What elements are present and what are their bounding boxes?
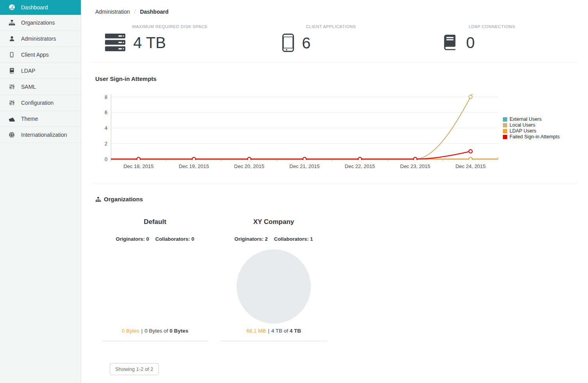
storage-pie bbox=[237, 249, 311, 324]
legend-item: Local Users bbox=[503, 122, 560, 128]
originators-count: Originators: 2 bbox=[235, 236, 268, 242]
svg-text:Dec 18, 2015: Dec 18, 2015 bbox=[123, 163, 153, 169]
stat-label: MAXIMUM REQUIRED DISK SPACE bbox=[89, 24, 250, 29]
stat-ldap-connections: LDAP CONNECTIONS 0 bbox=[412, 24, 572, 52]
svg-text:6: 6 bbox=[105, 110, 107, 115]
svg-text:2: 2 bbox=[105, 141, 107, 147]
legend-label: External Users bbox=[510, 116, 542, 122]
svg-text:Dec 23, 2015: Dec 23, 2015 bbox=[400, 163, 430, 169]
originators-count: Originators: 0 bbox=[116, 236, 149, 242]
sidebar-item-ldap[interactable]: LDAP bbox=[0, 63, 81, 79]
mobile-icon bbox=[8, 52, 15, 58]
org-card-default[interactable]: Default Originators: 0 Collaborators: 0 … bbox=[102, 211, 208, 341]
stat-value-disk: 4 TB bbox=[133, 35, 166, 50]
sidebar-item-label: SAML bbox=[21, 84, 36, 90]
sidebar-item-administrators[interactable]: Administrators bbox=[0, 31, 81, 47]
org-card-xy-company[interactable]: XY Company Originators: 2 Collaborators:… bbox=[220, 211, 327, 341]
swatchbook-icon bbox=[8, 116, 15, 122]
section-divider bbox=[91, 184, 578, 184]
sidebar-item-label: Dashboard bbox=[21, 4, 48, 11]
breadcrumb: Administration / Dashboard bbox=[82, 0, 588, 15]
sidebar-item-label: Client Apps bbox=[21, 52, 49, 58]
legend-label: Failed Sign-in Attempts bbox=[510, 134, 560, 140]
book-icon bbox=[440, 34, 458, 51]
stat-value-ldap: 0 bbox=[466, 35, 475, 50]
mobile-icon bbox=[282, 34, 294, 52]
svg-text:Dec 22, 2015: Dec 22, 2015 bbox=[345, 163, 375, 169]
svg-text:Dec 20, 2015: Dec 20, 2015 bbox=[234, 163, 264, 169]
sidebar-item-dashboard[interactable]: Dashboard bbox=[0, 0, 81, 15]
legend-item: LDAP Users bbox=[503, 128, 560, 134]
globe-icon bbox=[8, 132, 15, 138]
stat-value-client-apps: 6 bbox=[302, 35, 310, 51]
legend-swatch bbox=[503, 117, 507, 122]
svg-text:8: 8 bbox=[105, 95, 107, 100]
server-icon bbox=[105, 34, 125, 51]
organizations-section: Organizations Default Originators: 0 Col… bbox=[82, 196, 588, 375]
sidebar-item-theme[interactable]: Theme bbox=[0, 111, 81, 127]
sidebar: Dashboard Organizations Administrators C… bbox=[0, 0, 81, 383]
stats-row: MAXIMUM REQUIRED DISK SPACE 4 TB CLIENT … bbox=[82, 15, 588, 52]
book-icon bbox=[8, 68, 15, 74]
collaborators-count: Collaborators: 0 bbox=[155, 236, 194, 242]
svg-text:Dec 19, 2015: Dec 19, 2015 bbox=[179, 163, 209, 169]
storage-total: 0 Bytes bbox=[169, 328, 188, 334]
main-content: Administration / Dashboard MAXIMUM REQUI… bbox=[82, 0, 588, 375]
sidebar-item-saml[interactable]: SAML bbox=[0, 79, 81, 95]
stat-label: LDAP CONNECTIONS bbox=[412, 24, 572, 29]
org-name: Default bbox=[102, 218, 208, 226]
sidebar-item-client-apps[interactable]: Client Apps bbox=[0, 47, 81, 63]
svg-text:0: 0 bbox=[105, 157, 107, 162]
sliders-icon bbox=[8, 100, 15, 106]
sliders-icon bbox=[8, 84, 15, 90]
card-divider bbox=[102, 341, 208, 341]
sidebar-item-organizations[interactable]: Organizations bbox=[0, 15, 81, 31]
signin-chart-section: User Sign-in Attempts 02468Dec 18, 2015D… bbox=[82, 75, 588, 172]
chart-legend: External UsersLocal UsersLDAP UsersFaile… bbox=[503, 116, 560, 140]
legend-label: Local Users bbox=[510, 122, 535, 128]
storage-summary: 0 Bytes|0 Bytes of 0 Bytes bbox=[102, 328, 208, 334]
sitemap-icon bbox=[95, 197, 101, 202]
sidebar-item-configuration[interactable]: Configuration bbox=[0, 95, 81, 111]
chart-title: User Sign-in Attempts bbox=[95, 75, 588, 82]
sitemap-icon bbox=[8, 20, 15, 26]
organization-cards: Default Originators: 0 Collaborators: 0 … bbox=[95, 211, 588, 341]
sidebar-item-internationalization[interactable]: Internationalization bbox=[0, 127, 81, 143]
card-divider bbox=[220, 341, 327, 341]
legend-item: Failed Sign-in Attempts bbox=[503, 134, 560, 140]
legend-label: LDAP Users bbox=[510, 128, 536, 134]
svg-text:Dec 24, 2015: Dec 24, 2015 bbox=[455, 163, 485, 169]
storage-used: 68.1 MB bbox=[246, 328, 266, 334]
collaborators-count: Collaborators: 1 bbox=[274, 236, 313, 242]
org-name: XY Company bbox=[220, 218, 327, 226]
organizations-title: Organizations bbox=[104, 196, 143, 202]
sidebar-item-label: Internationalization bbox=[21, 132, 67, 138]
storage-total: 4 TB bbox=[290, 328, 301, 334]
sidebar-item-label: Configuration bbox=[21, 100, 53, 106]
legend-swatch bbox=[503, 129, 507, 133]
svg-text:4: 4 bbox=[105, 125, 107, 131]
user-icon bbox=[8, 36, 15, 42]
sidebar-item-label: LDAP bbox=[21, 68, 36, 74]
storage-used: 0 Bytes bbox=[122, 328, 139, 334]
storage-of: 4 TB of bbox=[271, 328, 288, 334]
sidebar-item-label: Theme bbox=[21, 116, 38, 122]
legend-swatch bbox=[503, 123, 507, 127]
pagination-status: Showing 1-2 of 2 bbox=[110, 363, 159, 375]
stat-label: CLIENT APPLICATIONS bbox=[250, 24, 411, 29]
storage-summary: 68.1 MB|4 TB of 4 TB bbox=[220, 328, 327, 334]
dashboard-icon bbox=[8, 4, 15, 11]
section-divider bbox=[91, 62, 578, 63]
legend-item: External Users bbox=[503, 116, 560, 122]
breadcrumb-current: Dashboard bbox=[140, 9, 168, 15]
sidebar-item-label: Organizations bbox=[21, 20, 55, 26]
breadcrumb-administration[interactable]: Administration bbox=[95, 9, 130, 15]
svg-text:Dec 21, 2015: Dec 21, 2015 bbox=[289, 163, 319, 169]
legend-swatch bbox=[503, 135, 507, 139]
storage-of: 0 Bytes of bbox=[144, 328, 168, 334]
sidebar-item-label: Administrators bbox=[21, 36, 56, 42]
signin-line-chart: 02468Dec 18, 2015Dec 19, 2015Dec 20, 201… bbox=[95, 92, 500, 172]
breadcrumb-separator: / bbox=[134, 9, 136, 15]
